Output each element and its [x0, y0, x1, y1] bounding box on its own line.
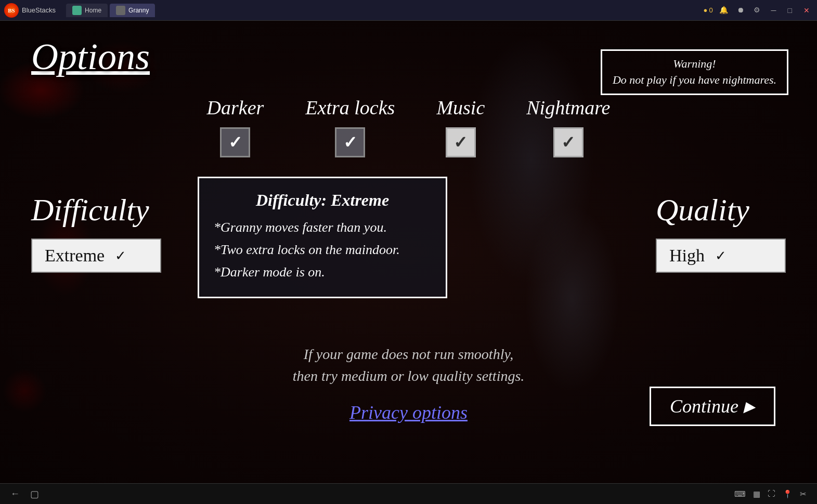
checkboxes-row: Darker ✓ Extra locks ✓ Music ✓ Nightmare… — [0, 96, 817, 157]
smoothly-line1: If your game does not run smoothly, — [293, 343, 525, 365]
scissors-icon[interactable]: ✂ — [800, 489, 807, 499]
options-title: Options — [31, 35, 150, 78]
privacy-options-link[interactable]: Privacy options — [349, 402, 468, 423]
minimize-button[interactable]: ─ — [768, 6, 780, 15]
taskbar: ← ▢ ⌨ ▦ ⛶ 📍 ✂ — [0, 483, 817, 504]
darker-checkbox[interactable]: ✓ — [220, 127, 250, 157]
extra-locks-checkbox[interactable]: ✓ — [335, 127, 365, 157]
taskbar-left: ← ▢ — [10, 488, 39, 500]
music-label: Music — [436, 96, 485, 119]
smoothly-text: If your game does not run smoothly, then… — [293, 343, 525, 387]
home-taskbar-icon[interactable]: ▢ — [30, 488, 39, 500]
game-area: Options Warning! Do not play if you have… — [0, 21, 817, 483]
info-title: Difficulty: Extreme — [214, 191, 431, 210]
extra-locks-checkmark: ✓ — [343, 132, 357, 152]
extra-locks-checkbox-item: Extra locks ✓ — [305, 96, 395, 157]
screen-icon[interactable]: ⛶ — [768, 489, 775, 498]
location-icon[interactable]: 📍 — [783, 489, 793, 499]
quality-section: Quality High ✓ — [656, 192, 786, 273]
bluestacks-logo: BS — [4, 3, 19, 18]
quality-dropdown[interactable]: High ✓ — [656, 238, 786, 273]
continue-label: Continue — [670, 395, 738, 417]
info-line-2: *Two extra locks on the maindoor. — [214, 240, 431, 260]
music-checkbox[interactable]: ✓ — [446, 127, 476, 157]
warning-line1: Warning! — [613, 56, 776, 72]
info-line-1: *Granny moves faster than you. — [214, 217, 431, 237]
taskbar-right: ⌨ ▦ ⛶ 📍 ✂ — [734, 489, 807, 499]
continue-arrow-icon: ▶ — [744, 398, 755, 415]
nightmare-checkbox[interactable]: ✓ — [553, 127, 583, 157]
darker-checkbox-item: Darker ✓ — [207, 96, 264, 157]
darker-checkmark: ✓ — [228, 132, 242, 152]
quality-title: Quality — [656, 192, 786, 228]
darker-label: Darker — [207, 96, 264, 119]
quality-value: High — [669, 246, 705, 266]
close-button[interactable]: ✕ — [800, 6, 813, 15]
layout-icon[interactable]: ▦ — [753, 489, 760, 499]
home-tab[interactable]: Home — [66, 4, 108, 17]
music-checkmark: ✓ — [453, 132, 468, 152]
warning-line2: Do not play if you have nightmares. — [613, 72, 776, 88]
info-line-3: *Darker mode is on. — [214, 262, 431, 282]
keyboard-icon[interactable]: ⌨ — [734, 489, 746, 499]
back-icon[interactable]: ← — [10, 488, 20, 499]
difficulty-value: Extreme — [45, 246, 105, 266]
notification-icon[interactable]: 🔔 — [718, 5, 730, 16]
granny-tab-icon — [116, 6, 125, 15]
extra-locks-label: Extra locks — [305, 96, 395, 119]
music-checkbox-item: Music ✓ — [436, 96, 485, 157]
difficulty-dropdown[interactable]: Extreme ✓ — [31, 238, 161, 273]
continue-button[interactable]: Continue ▶ — [650, 387, 775, 426]
warning-box: Warning! Do not play if you have nightma… — [601, 49, 788, 95]
granny-tab[interactable]: Granny — [110, 4, 155, 17]
settings-icon[interactable]: ⚙ — [751, 5, 763, 16]
maximize-button[interactable]: □ — [785, 6, 795, 15]
nightmare-label: Nightmare — [526, 96, 610, 119]
nightmare-checkbox-item: Nightmare ✓ — [526, 96, 610, 157]
record-icon[interactable]: ⏺ — [735, 5, 746, 16]
titlebar: BS BlueStacks Home Granny 0 🔔 ⏺ ⚙ ─ □ ✕ — [0, 0, 817, 21]
smoothly-line2: then try medium or low quality settings. — [293, 365, 525, 387]
nightmare-checkmark: ✓ — [561, 132, 575, 152]
difficulty-arrow-icon: ✓ — [115, 248, 126, 264]
home-tab-icon — [72, 6, 82, 15]
brand-name: BlueStacks — [22, 6, 56, 14]
quality-arrow-icon: ✓ — [715, 248, 727, 264]
difficulty-section: Difficulty Extreme ✓ — [31, 192, 161, 273]
difficulty-title: Difficulty — [31, 192, 161, 228]
info-box: Difficulty: Extreme *Granny moves faster… — [198, 177, 447, 298]
coin-display: 0 — [704, 6, 713, 14]
